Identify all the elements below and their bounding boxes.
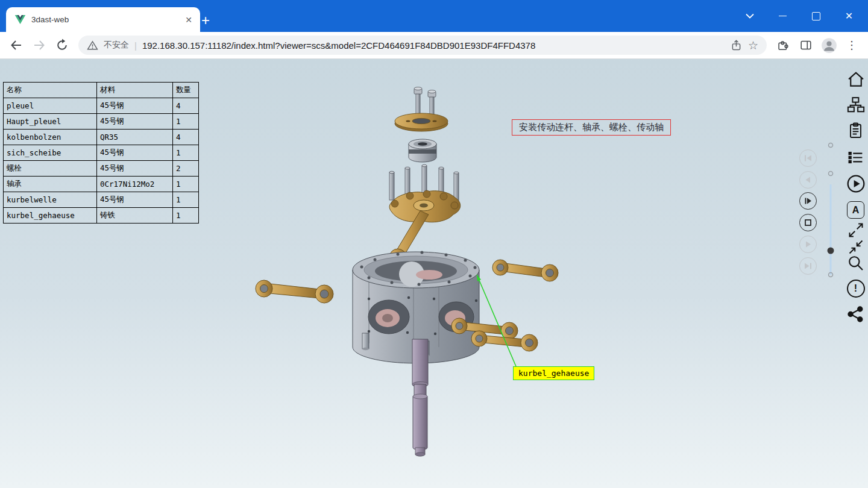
tab-close-icon[interactable]: ✕ xyxy=(182,13,195,27)
table-row: 螺栓45号钢2 xyxy=(4,161,199,177)
window-chevron-button[interactable] xyxy=(733,0,766,32)
cell-qty: 1 xyxy=(173,145,199,161)
cell-material: 铸铁 xyxy=(97,208,173,224)
cell-name: Haupt_pleuel xyxy=(4,114,97,130)
cell-qty: 4 xyxy=(173,98,199,114)
bearing-part xyxy=(409,139,436,162)
cell-name: kurbel_gehaeuse xyxy=(4,208,97,224)
cell-name: 轴承 xyxy=(4,177,97,192)
cell-material: 45号钢 xyxy=(97,161,173,177)
home-icon[interactable] xyxy=(846,69,866,89)
cell-name: kurbelwelle xyxy=(4,192,97,208)
cell-name: pleuel xyxy=(4,98,97,114)
extensions-puzzle-icon[interactable] xyxy=(772,34,794,57)
bookmark-star-icon[interactable]: ☆ xyxy=(748,40,758,51)
cell-qty: 4 xyxy=(173,130,199,145)
playback-skip-start-button[interactable] xyxy=(799,149,817,167)
table-row: 轴承0Cr17Ni12Mo21 xyxy=(4,177,199,192)
share-icon[interactable] xyxy=(730,39,743,52)
security-label[interactable]: 不安全 xyxy=(104,40,129,51)
play-circle-icon[interactable] xyxy=(846,174,866,193)
cell-material: 45号钢 xyxy=(97,114,173,130)
minimize-icon xyxy=(779,16,787,16)
playback-step-back-button[interactable] xyxy=(799,171,817,189)
bom-header-qty: 数量 xyxy=(173,83,199,98)
table-row: kurbelwelle45号钢1 xyxy=(4,192,199,208)
part-label[interactable]: kurbel_gehaeuse xyxy=(513,366,594,380)
playback-step-forward-button[interactable] xyxy=(799,192,817,210)
back-button[interactable] xyxy=(5,34,28,57)
cell-qty: 1 xyxy=(173,177,199,192)
bom-table: 名称 材料 数量 pleuel45号钢4 Haupt_pleuel45号钢1 k… xyxy=(3,82,199,224)
playback-skip-end-button[interactable] xyxy=(799,257,817,275)
window-minimize-button[interactable] xyxy=(766,0,799,32)
step-annotation: 安装传动连杆、轴承、螺栓、传动轴 xyxy=(512,119,671,136)
browser-menu-kebab-icon[interactable]: ⋮ xyxy=(840,34,863,57)
cell-name: 螺栓 xyxy=(4,161,97,177)
cell-qty: 1 xyxy=(173,208,199,224)
profile-avatar[interactable] xyxy=(817,34,840,57)
playback-stop-button[interactable] xyxy=(799,214,817,231)
table-row: kolbenbolzenQR354 xyxy=(4,130,199,145)
viewer-page: 名称 材料 数量 pleuel45号钢4 Haupt_pleuel45号钢1 k… xyxy=(0,59,868,488)
side-panel-icon[interactable] xyxy=(794,34,817,57)
browser-toolbar: 不安全 | 192.168.30.157:11182/index.html?vi… xyxy=(0,32,868,59)
cell-material: 45号钢 xyxy=(97,192,173,208)
list-icon[interactable] xyxy=(846,148,866,167)
washer-part xyxy=(395,113,448,131)
window-maximize-button[interactable] xyxy=(799,0,832,32)
table-row: Haupt_pleuel45号钢1 xyxy=(4,114,199,130)
structure-tree-icon[interactable] xyxy=(846,95,866,114)
new-tab-button[interactable]: + xyxy=(197,11,215,30)
url-divider: | xyxy=(134,40,137,51)
playback-play-button[interactable] xyxy=(799,236,817,253)
a-glyph: A xyxy=(852,205,860,216)
cell-material: 45号钢 xyxy=(97,98,173,114)
cell-name: sich_scheibe xyxy=(4,145,97,161)
cell-qty: 2 xyxy=(173,161,199,177)
zoom-icon[interactable] xyxy=(846,253,866,273)
bom-header-row: 名称 材料 数量 xyxy=(4,83,199,98)
forward-button[interactable] xyxy=(28,34,51,57)
reload-button[interactable] xyxy=(51,34,74,57)
cell-qty: 1 xyxy=(173,192,199,208)
cell-material: 45号钢 xyxy=(97,145,173,161)
spider-assembly xyxy=(389,164,461,266)
browser-titlebar: 3dast-web ✕ + ✕ xyxy=(0,0,868,32)
bom-header-material: 材料 xyxy=(97,83,173,98)
security-warning-icon xyxy=(87,40,98,51)
annotation-a-icon[interactable]: A xyxy=(846,200,866,220)
url-text[interactable]: 192.168.30.157:11182/index.html?viewer=s… xyxy=(142,40,725,51)
crankshaft-part xyxy=(412,339,428,456)
share-nodes-icon[interactable] xyxy=(846,304,866,324)
vue-logo-icon xyxy=(14,14,26,25)
bom-header-name: 名称 xyxy=(4,83,97,98)
window-controls: ✕ xyxy=(733,0,866,32)
cell-material: QR35 xyxy=(97,130,173,145)
cell-qty: 1 xyxy=(173,114,199,130)
maximize-icon xyxy=(812,12,820,20)
table-row: sich_scheibe45号钢1 xyxy=(4,145,199,161)
exclamation-icon[interactable]: ! xyxy=(846,278,866,298)
slider-handle[interactable] xyxy=(828,248,834,254)
window-close-button[interactable]: ✕ xyxy=(832,0,866,32)
cell-material: 0Cr17Ni12Mo2 xyxy=(97,177,173,192)
cell-name: kolbenbolzen xyxy=(4,130,97,145)
browser-tab[interactable]: 3dast-web ✕ xyxy=(6,7,200,32)
exclaim-glyph: ! xyxy=(854,283,857,294)
step-slider[interactable] xyxy=(825,137,837,282)
tab-title: 3dast-web xyxy=(31,15,177,24)
table-row: kurbel_gehaeuse铸铁1 xyxy=(4,208,199,224)
url-bar[interactable]: 不安全 | 192.168.30.157:11182/index.html?vi… xyxy=(78,36,767,55)
table-row: pleuel45号钢4 xyxy=(4,98,199,114)
clipboard-icon[interactable] xyxy=(846,120,866,140)
